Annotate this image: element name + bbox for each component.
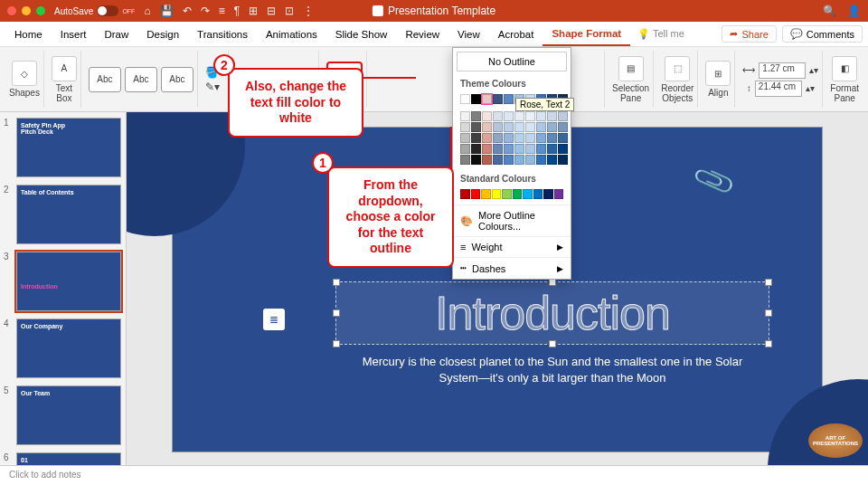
- color-swatch[interactable]: [513, 189, 523, 199]
- color-swatch[interactable]: [547, 111, 557, 121]
- resize-handle[interactable]: [549, 340, 556, 347]
- shapes-button[interactable]: ◇: [12, 61, 37, 86]
- textbox-button[interactable]: A: [52, 56, 77, 81]
- resize-handle[interactable]: [765, 279, 772, 286]
- color-swatch[interactable]: [471, 94, 481, 104]
- color-swatch[interactable]: [493, 133, 503, 143]
- thumbnail-3[interactable]: Introduction: [16, 252, 121, 311]
- thumbnail-4[interactable]: Our Company: [16, 319, 121, 378]
- tell-me[interactable]: 💡 Tell me: [637, 28, 684, 40]
- color-swatch[interactable]: [482, 155, 492, 165]
- color-swatch[interactable]: [536, 144, 546, 154]
- weight-option[interactable]: ≡ Weight▶: [453, 236, 571, 257]
- color-swatch[interactable]: [471, 155, 481, 165]
- qat-icon[interactable]: ⋮: [303, 5, 314, 17]
- shape-style-2[interactable]: Abc: [125, 67, 157, 92]
- home-icon[interactable]: ⌂: [144, 5, 150, 17]
- resize-handle[interactable]: [333, 340, 340, 347]
- color-swatch[interactable]: [493, 94, 503, 104]
- height-value[interactable]: 1.27 cm: [759, 62, 806, 79]
- tab-insert[interactable]: Insert: [52, 22, 96, 46]
- color-swatch[interactable]: [504, 111, 514, 121]
- height-field[interactable]: ⟷1.27 cm▴▾: [742, 62, 818, 79]
- tab-draw[interactable]: Draw: [95, 22, 137, 46]
- tab-transitions[interactable]: Transitions: [188, 22, 257, 46]
- thumbnail-1[interactable]: Safety Pin App Pitch Deck: [16, 118, 121, 177]
- color-swatch[interactable]: [481, 189, 491, 199]
- color-swatch[interactable]: [471, 111, 481, 121]
- color-swatch[interactable]: [536, 155, 546, 165]
- color-swatch[interactable]: [504, 155, 514, 165]
- color-swatch[interactable]: [514, 133, 524, 143]
- autosave-toggle[interactable]: AutoSave OFF: [54, 5, 135, 16]
- tab-design[interactable]: Design: [137, 22, 188, 46]
- user-icon[interactable]: 👤: [847, 5, 861, 17]
- color-swatch[interactable]: [558, 155, 568, 165]
- shape-style-3[interactable]: Abc: [161, 67, 193, 92]
- color-swatch[interactable]: [493, 111, 503, 121]
- color-swatch[interactable]: [547, 144, 557, 154]
- color-swatch[interactable]: [558, 144, 568, 154]
- color-swatch[interactable]: [492, 189, 502, 199]
- color-swatch[interactable]: [533, 189, 543, 199]
- color-swatch[interactable]: [536, 122, 546, 132]
- qat-icon[interactable]: ⊞: [249, 5, 258, 17]
- color-swatch[interactable]: [482, 111, 492, 121]
- color-swatch[interactable]: [514, 122, 524, 132]
- color-swatch[interactable]: [558, 133, 568, 143]
- color-swatch[interactable]: [536, 133, 546, 143]
- color-swatch[interactable]: [514, 111, 524, 121]
- color-swatch[interactable]: [482, 122, 492, 132]
- color-swatch[interactable]: [504, 133, 514, 143]
- color-swatch[interactable]: [525, 111, 535, 121]
- thumbnail-5[interactable]: Our Team: [16, 385, 121, 445]
- resize-handle[interactable]: [333, 309, 340, 317]
- color-swatch[interactable]: [471, 144, 481, 154]
- resize-handle[interactable]: [765, 340, 772, 347]
- reorder-button[interactable]: ⬚: [665, 56, 690, 81]
- minimize-icon[interactable]: [22, 6, 31, 15]
- qat-icon[interactable]: ⊡: [285, 5, 294, 17]
- color-swatch[interactable]: [460, 144, 470, 154]
- color-swatch[interactable]: [554, 189, 564, 199]
- color-swatch[interactable]: [547, 122, 557, 132]
- color-swatch[interactable]: [482, 133, 492, 143]
- search-icon[interactable]: 🔍: [823, 5, 836, 17]
- color-swatch[interactable]: [514, 144, 524, 154]
- thumbnail-2[interactable]: Table of Contents: [16, 185, 121, 244]
- color-swatch[interactable]: [502, 189, 512, 199]
- tab-view[interactable]: View: [448, 22, 489, 46]
- color-swatch[interactable]: [547, 133, 557, 143]
- shape-style-1[interactable]: Abc: [89, 67, 121, 92]
- qat-icon[interactable]: ≡: [219, 5, 225, 17]
- color-swatch[interactable]: [543, 189, 553, 199]
- color-swatch[interactable]: [514, 155, 524, 165]
- tab-slideshow[interactable]: Slide Show: [326, 22, 397, 46]
- accessibility-icon[interactable]: ≣: [263, 309, 285, 330]
- color-swatch[interactable]: [525, 133, 535, 143]
- resize-handle[interactable]: [549, 279, 556, 286]
- resize-handle[interactable]: [333, 279, 340, 286]
- align-button[interactable]: ⊞: [705, 61, 731, 86]
- color-swatch[interactable]: [471, 122, 481, 132]
- color-swatch[interactable]: [525, 144, 535, 154]
- maximize-icon[interactable]: [36, 6, 45, 15]
- tab-home[interactable]: Home: [5, 22, 52, 46]
- notes-pane[interactable]: Click to add notes: [0, 465, 868, 485]
- color-swatch[interactable]: [460, 111, 470, 121]
- share-button[interactable]: ➦ Share: [722, 25, 776, 43]
- color-swatch[interactable]: [523, 189, 533, 199]
- comments-button[interactable]: 💬 Comments: [782, 25, 863, 43]
- tab-animations[interactable]: Animations: [257, 22, 326, 46]
- color-swatch[interactable]: [460, 155, 470, 165]
- color-swatch[interactable]: [460, 133, 470, 143]
- color-swatch[interactable]: [482, 94, 492, 104]
- color-swatch[interactable]: [547, 155, 557, 165]
- width-field[interactable]: ↕21.44 cm▴▾: [747, 81, 815, 97]
- color-swatch[interactable]: [460, 189, 470, 199]
- color-swatch[interactable]: [525, 122, 535, 132]
- thumbnail-6[interactable]: 01: [16, 452, 121, 465]
- color-swatch[interactable]: [558, 122, 568, 132]
- color-swatch[interactable]: [493, 122, 503, 132]
- tab-acrobat[interactable]: Acrobat: [489, 22, 543, 46]
